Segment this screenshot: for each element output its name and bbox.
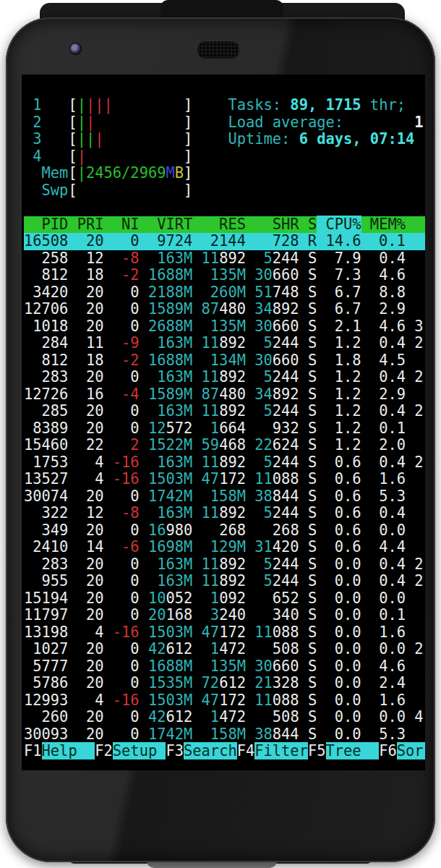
cell-priority: 4: [68, 624, 103, 641]
process-row[interactable]: 1753 4 -16 163M 11892 5244 S 0.6 0.4 2: [24, 454, 425, 472]
text: [192, 96, 228, 114]
cell-virt: 1503M: [148, 692, 192, 709]
cell-res: 172: [219, 470, 246, 488]
terminal-screen: 1 [|||| ] Tasks: 89, 1715 thr; 2 [|| ] L…: [22, 75, 425, 770]
process-row[interactable]: 283 20 0 163M 11892 5244 S 1.2 0.4 2: [24, 369, 425, 386]
cell-priority: 20: [68, 318, 103, 335]
process-row[interactable]: 15194 20 0 10052 1092 652 S 0.0 0.0: [24, 590, 425, 608]
process-row[interactable]: 15460 22 2 1522M 59468 22624 S 1.2 2.0: [24, 437, 425, 454]
process-row[interactable]: 11797 20 0 20168 3240 340 S 0.0 0.1: [24, 607, 425, 624]
process-row[interactable]: 258 12 -8 163M 11892 5244 S 7.9 0.4: [24, 250, 425, 268]
bracket-icon: ]: [184, 96, 192, 114]
column-header-ni[interactable]: NI: [104, 216, 140, 233]
fn-f2-button[interactable]: F2Setup: [95, 742, 166, 760]
fn-action-label: Help: [42, 742, 95, 760]
cell-shr: 31: [254, 538, 273, 556]
process-row[interactable]: 955 20 0 163M 11892 5244 S 0.0 0.4 2: [24, 573, 425, 590]
cell-state: S: [299, 300, 317, 318]
process-row[interactable]: 12993 4 -16 1503M 47172 11088 S 0.0 1.6: [24, 692, 425, 710]
fn-f6-button[interactable]: F6Sor: [379, 742, 425, 760]
cell-res: 1: [210, 590, 219, 607]
cell-priority: 20: [68, 606, 103, 624]
fn-f3-button[interactable]: F3Search: [166, 742, 236, 760]
function-key-bar: F1Help F2Setup F3SearchF4FilterF5Tree F6…: [24, 743, 425, 760]
cell-res: 72: [202, 674, 220, 692]
cell-state: S: [299, 318, 317, 335]
text: [246, 488, 254, 505]
process-row[interactable]: 12726 16 -4 1589M 87480 34892 S 1.2 2.9: [24, 386, 425, 404]
process-row[interactable]: 1027 20 0 42612 1472 508 S 0.0 0.0 2: [24, 641, 425, 658]
cell-virt: 1698M: [148, 538, 192, 556]
column-header-shr[interactable]: SHR: [246, 216, 299, 233]
text: [192, 266, 210, 284]
process-row[interactable]: 5786 20 0 1535M 72612 21328 S 0.0 2.4: [24, 675, 425, 692]
cell-nice: -16: [104, 692, 140, 709]
process-row[interactable]: 812 18 -2 1688M 135M 30660 S 7.3 4.6: [24, 267, 425, 284]
process-row[interactable]: 12706 20 0 1589M 87480 34892 S 6.7 2.9: [24, 301, 425, 318]
column-header-virt[interactable]: VIRT: [140, 216, 193, 233]
cell-shr: 38: [254, 488, 273, 505]
process-row[interactable]: 8389 20 0 12572 1664 932 S 1.2 0.1: [24, 420, 425, 438]
cell-res: 480: [219, 386, 246, 403]
process-row[interactable]: 13527 4 -16 1503M 47172 11088 S 0.6 1.6: [24, 471, 425, 488]
cell-mem-percent: 5.3: [361, 726, 406, 743]
process-row[interactable]: 2410 14 -6 1698M 129M 31420 S 0.6 4.4: [24, 539, 425, 556]
cell-nice: 0: [104, 300, 140, 318]
text: [140, 556, 158, 573]
process-row-selected[interactable]: 16508 20 0 9724 2144 728 R 14.6 0.1: [24, 233, 425, 250]
process-row[interactable]: 1018 20 0 2688M 135M 30660 S 2.1 4.6 3: [24, 318, 425, 336]
cpu1-meter-row: 1 [|||| ] Tasks: 89, 1715 thr;: [24, 97, 425, 114]
text: [192, 488, 210, 505]
process-row[interactable]: 812 18 -2 1688M 134M 30660 S 1.8 4.5: [24, 352, 425, 370]
cell-mem-percent: 2.9: [361, 300, 406, 318]
cell-res: 240: [219, 606, 246, 624]
cell-pid: 15460: [24, 436, 68, 454]
cell-state: S: [299, 538, 317, 556]
cell-priority: 16: [68, 386, 103, 403]
text: [192, 674, 201, 692]
cell-virt: 42: [148, 640, 166, 658]
process-row[interactable]: 5777 20 0 1688M 135M 30660 S 0.0 4.6: [24, 658, 425, 676]
cpu2-meter-label: 2: [33, 114, 41, 131]
text: [246, 692, 254, 709]
process-row[interactable]: 322 12 -8 163M 11892 5244 S 0.6 0.4: [24, 505, 425, 522]
column-header-pid[interactable]: PID: [24, 216, 68, 233]
memory-unit-b: B: [175, 164, 184, 182]
process-row[interactable]: 3420 20 0 2188M 260M 51748 S 6.7 8.8: [24, 284, 425, 302]
cpu3-meter-bar: |: [77, 130, 86, 148]
process-row[interactable]: 260 20 0 42612 1472 508 S 0.0 0.0 4: [24, 709, 425, 726]
fn-f4-button[interactable]: F4Filter: [237, 742, 308, 760]
process-row[interactable]: 284 11 -9 163M 11892 5244 S 1.2 0.4 2: [24, 335, 425, 352]
process-row[interactable]: 13198 4 -16 1503M 47172 11088 S 0.0 1.6: [24, 624, 425, 642]
cell-res: 129M: [210, 538, 246, 556]
process-row[interactable]: 285 20 0 163M 11892 5244 S 1.2 0.4 2: [24, 403, 425, 420]
column-header-pri[interactable]: PRI: [68, 216, 103, 233]
cell-virt: 612: [166, 708, 192, 726]
cell-cpu-percent: 0.0: [317, 692, 361, 709]
cell-cpu-percent: 7.9: [317, 250, 361, 267]
cell-state: S: [299, 436, 317, 454]
fn-f1-button[interactable]: F1Help: [24, 742, 95, 760]
fn-key-label: F2: [95, 742, 113, 760]
text: [140, 402, 158, 420]
process-row[interactable]: 30093 20 0 1742M 158M 38844 S 0.0 5.3: [24, 726, 425, 744]
cell-nice: 0: [104, 640, 140, 658]
bracket-icon: [: [68, 96, 77, 114]
cell-cpu-percent: 2.1: [317, 318, 361, 335]
text: [246, 504, 264, 522]
process-row[interactable]: 283 20 0 163M 11892 5244 S 0.0 0.4 2: [24, 556, 425, 574]
cell-virt: 1742M: [148, 726, 192, 743]
process-row[interactable]: 30074 20 0 1742M 158M 38844 S 0.6 5.3: [24, 488, 425, 506]
cell-res: 612: [219, 674, 246, 692]
text: [192, 318, 210, 335]
column-header-cpu[interactable]: CPU%: [317, 216, 361, 233]
text: [246, 538, 254, 556]
bracket-icon: [: [68, 114, 77, 131]
process-row[interactable]: 349 20 0 16980 268 268 S 0.6 0.0: [24, 522, 425, 540]
column-header-res[interactable]: RES: [192, 216, 246, 233]
cell-mem-percent: 0.1: [361, 606, 406, 624]
column-header-s[interactable]: S: [299, 216, 317, 233]
cell-res: 11: [202, 402, 220, 420]
column-header-mem[interactable]: MEM%: [361, 216, 406, 233]
fn-f5-button[interactable]: F5Tree: [308, 742, 379, 760]
